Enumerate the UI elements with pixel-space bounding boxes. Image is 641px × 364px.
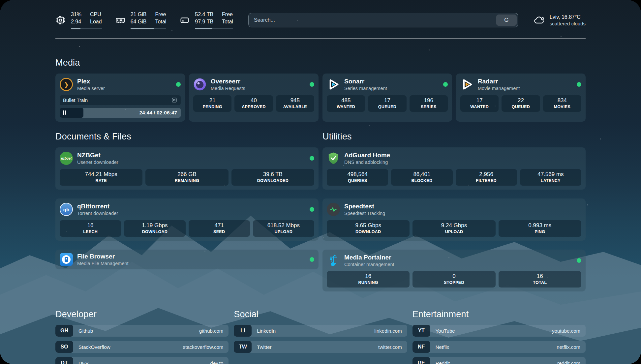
bookmark-label: Twitter bbox=[257, 344, 271, 350]
disk-values: 52.4 TB 97.9 TB bbox=[195, 11, 213, 25]
stat-label: SEED bbox=[190, 229, 249, 234]
filebrowser-card[interactable]: File Browser Media File Management bbox=[55, 250, 319, 270]
qbittorrent-icon-text: qb bbox=[63, 207, 69, 212]
speedtest-card[interactable]: Speedtest Speedtest Tracking 9.65 Gbps D… bbox=[322, 198, 586, 241]
stat-tile: 40 APPROVED bbox=[234, 95, 273, 112]
bookmark-url: reddit.com bbox=[557, 360, 580, 364]
bookmark-dev[interactable]: DT DEV dev.to bbox=[55, 357, 229, 364]
cloud-icon bbox=[534, 14, 545, 26]
stat-label: UPLOAD bbox=[254, 229, 313, 234]
status-dot bbox=[310, 207, 314, 212]
card-title: AdGuard Home bbox=[344, 151, 390, 159]
stat-label: WANTED bbox=[328, 105, 364, 109]
section-heading-developer: Developer bbox=[55, 309, 229, 319]
stat-value: 17 bbox=[462, 97, 497, 104]
stat-tile: 47.569 ms LATENCY bbox=[520, 169, 581, 186]
stat-label: PENDING bbox=[195, 105, 230, 109]
radarr-card[interactable]: Radarr Movie management 17 WANTED 22 QUE… bbox=[456, 74, 586, 122]
bookmark-url: dev.to bbox=[210, 360, 224, 364]
qbittorrent-icon: qb bbox=[60, 203, 73, 216]
disk-total-label: Total bbox=[222, 18, 233, 25]
stat-value: 2,956 bbox=[457, 171, 516, 178]
stat-tile: 9.24 Gbps UPLOAD bbox=[412, 220, 495, 237]
load-label: Load bbox=[90, 18, 102, 25]
bookmark-abbr: NF bbox=[412, 341, 430, 353]
stat-label: STOPPED bbox=[414, 280, 494, 285]
bookmark-netflix[interactable]: NF Netflix netflix.com bbox=[412, 341, 586, 353]
bookmark-url: linkedin.com bbox=[374, 328, 402, 334]
memory-progress-fill bbox=[131, 28, 155, 29]
stat-tile: 22 QUEUED bbox=[502, 95, 540, 112]
stat-label: RATE bbox=[61, 178, 141, 183]
card-title: qBittorrent bbox=[77, 202, 118, 210]
plex-icon: ❯ bbox=[60, 78, 73, 91]
bookmark-url: stackoverflow.com bbox=[183, 344, 224, 350]
stat-tile: 498,564 QUERIES bbox=[327, 169, 388, 186]
stat-value: 9.65 Gbps bbox=[328, 222, 408, 229]
stat-value: 485 bbox=[328, 97, 364, 104]
adguard-card[interactable]: AdGuard Home DNS and adblocking 498,564 … bbox=[322, 147, 586, 190]
bookmark-stackoverflow[interactable]: SO StackOverflow stackoverflow.com bbox=[55, 341, 229, 353]
stat-tile: 2,956 FILTERED bbox=[456, 169, 517, 186]
search-input[interactable] bbox=[248, 13, 518, 27]
memory-values: 21 GiB 64 GiB bbox=[131, 11, 147, 25]
section-heading-entertainment: Entertainment bbox=[412, 309, 586, 319]
status-dot bbox=[310, 82, 314, 87]
stat-label: REMAINING bbox=[147, 178, 227, 183]
stat-tile: 471 SEED bbox=[189, 220, 250, 237]
bookmark-url: github.com bbox=[199, 328, 223, 334]
overseerr-card[interactable]: Overseerr Media Requests 21 PENDING 40 A… bbox=[189, 74, 319, 122]
stat-tile: 618.52 Mbps UPLOAD bbox=[253, 220, 314, 237]
stat-value: 498,564 bbox=[328, 171, 387, 178]
card-subtitle: Movie management bbox=[478, 86, 520, 92]
utilities-column: Utilities AdGu bbox=[322, 132, 586, 292]
stat-value: 266 GB bbox=[147, 171, 227, 178]
system-stats: 31% 2.94 CPU Load bbox=[55, 11, 233, 29]
card-subtitle: Media Requests bbox=[211, 86, 245, 92]
section-heading-documents: Documents & Files bbox=[55, 132, 319, 142]
plex-card[interactable]: ❯ Plex Media server Bullet Train bbox=[55, 74, 185, 122]
sonarr-card[interactable]: Sonarr Series management 485 WANTED 17 Q… bbox=[322, 74, 452, 122]
qbittorrent-card[interactable]: qb qBittorrent Torrent downloader 16 LEE… bbox=[55, 198, 319, 241]
developer-bookmarks: Developer GH Github github.com SO StackO… bbox=[55, 309, 229, 364]
weather-widget: Lviv, 16.87°C scattered clouds bbox=[534, 14, 586, 26]
bookmark-twitter[interactable]: TW Twitter twitter.com bbox=[234, 341, 407, 353]
bookmark-label: LinkedIn bbox=[257, 328, 276, 334]
portainer-card[interactable]: Media Portainer Container management 16 … bbox=[322, 250, 586, 292]
bookmark-youtube[interactable]: YT YouTube youtube.com bbox=[412, 325, 586, 337]
bookmark-linkedin[interactable]: LI LinkedIn linkedin.com bbox=[234, 325, 407, 337]
bookmark-abbr: SO bbox=[55, 341, 73, 353]
pause-icon[interactable] bbox=[65, 110, 67, 115]
google-search-button[interactable]: G bbox=[496, 15, 517, 26]
stat-value: 834 bbox=[544, 97, 580, 104]
bookmark-url: twitter.com bbox=[378, 344, 402, 350]
memory-free-value: 21 GiB bbox=[131, 11, 147, 18]
playback-progress-track[interactable]: 24:44 / 02:06:47 bbox=[60, 108, 181, 118]
filebrowser-icon bbox=[60, 253, 73, 266]
card-subtitle: Speedtest Tracking bbox=[344, 211, 385, 217]
pause-icon[interactable] bbox=[63, 110, 64, 115]
card-subtitle: Media File Management bbox=[77, 261, 129, 267]
stat-label: MOVIES bbox=[544, 105, 580, 109]
stat-value: 0 bbox=[414, 273, 494, 280]
stat-tile: 86,401 BLOCKED bbox=[391, 169, 452, 186]
stat-label: AVAILABLE bbox=[277, 105, 313, 109]
cpu-chip-icon bbox=[55, 15, 66, 25]
memory-progress-track bbox=[131, 28, 167, 29]
bookmark-abbr: TW bbox=[234, 341, 252, 353]
nzbget-card[interactable]: nzbget NZBGet Usenet downloader 744.21 M… bbox=[55, 147, 319, 190]
stat-value: 744.21 Mbps bbox=[61, 171, 141, 178]
bookmark-github[interactable]: GH Github github.com bbox=[55, 325, 229, 337]
cpu-stat: 31% 2.94 CPU Load bbox=[55, 11, 102, 29]
cpu-load-value: 2.94 bbox=[71, 18, 81, 25]
adguard-icon bbox=[327, 152, 340, 165]
disk-free-value: 52.4 TB bbox=[195, 11, 213, 18]
bookmark-url: netflix.com bbox=[557, 344, 580, 350]
search-bar: G bbox=[248, 13, 518, 27]
memory-total-label: Total bbox=[155, 18, 167, 25]
bookmark-label: StackOverflow bbox=[78, 344, 110, 350]
bookmark-reddit[interactable]: RE Reddit reddit.com bbox=[412, 357, 586, 364]
stat-value: 1.19 Gbps bbox=[125, 222, 184, 229]
card-title: Sonarr bbox=[344, 77, 387, 85]
stat-label: RUNNING bbox=[328, 280, 408, 285]
